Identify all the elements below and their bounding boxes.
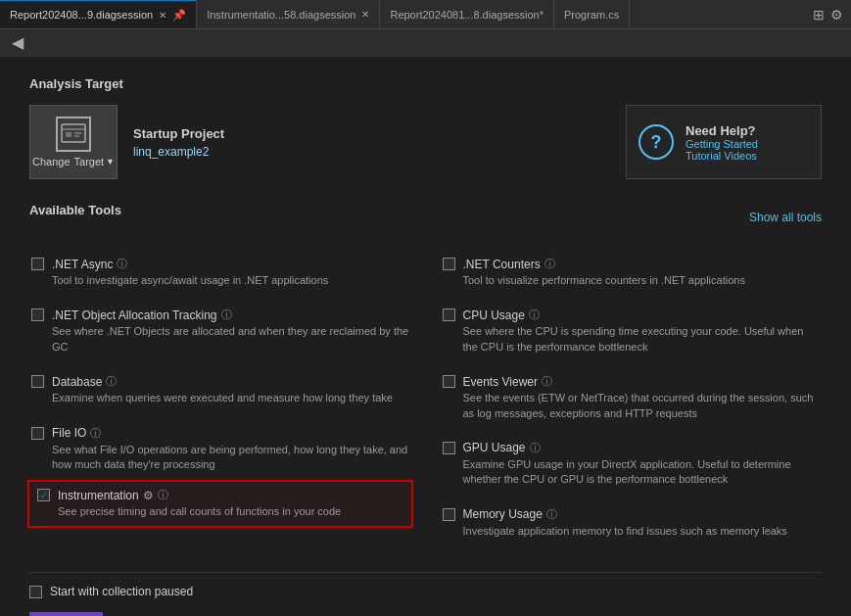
toolbar: ◀: [0, 29, 851, 57]
tab-programcs[interactable]: Program.cs: [554, 0, 630, 28]
svg-rect-2: [66, 132, 71, 137]
tool-net-object-allocation-info-icon[interactable]: ⓘ: [221, 308, 232, 322]
change-target-label: Change Target ▼: [32, 156, 115, 167]
tool-instrumentation-info-icon[interactable]: ⓘ: [158, 488, 168, 502]
change-target-button[interactable]: Change Target ▼: [29, 105, 118, 179]
analysis-target-panel: Change Target ▼ Startup Project linq_exa…: [29, 105, 822, 179]
tool-net-async-desc: Tool to investigate async/await usage in…: [52, 273, 328, 288]
startup-project-label: Startup Project: [133, 126, 224, 141]
back-button[interactable]: ◀: [8, 31, 27, 54]
tool-events-viewer: Events Viewer ⓘ See the events (ETW or N…: [441, 364, 823, 431]
tool-net-counters-name: .NET Counters: [463, 258, 541, 271]
tool-file-io-checkbox[interactable]: [31, 427, 44, 440]
project-icon: [56, 117, 91, 152]
tool-instrumentation-checkbox[interactable]: [37, 489, 50, 501]
getting-started-link[interactable]: Getting Started: [686, 138, 758, 150]
tool-events-viewer-name: Events Viewer: [463, 375, 538, 389]
tool-database-name: Database: [52, 375, 102, 389]
settings-icon[interactable]: ⚙: [830, 7, 843, 23]
tab-label: Report202408...9.diagsession: [10, 9, 153, 21]
tool-memory-usage: Memory Usage ⓘ Investigate application m…: [441, 498, 823, 548]
tool-gpu-usage-info-icon[interactable]: ⓘ: [530, 441, 541, 455]
tool-net-async-info-icon[interactable]: ⓘ: [117, 257, 127, 271]
tool-instrumentation-gear-icon[interactable]: ⚙: [143, 489, 154, 502]
tool-events-viewer-desc: See the events (ETW or NetTrace) that oc…: [463, 391, 821, 421]
tool-gpu-usage-desc: Examine GPU usage in your DirectX applic…: [463, 457, 821, 488]
tool-database-info-icon[interactable]: ⓘ: [106, 374, 117, 389]
tool-database: Database ⓘ Examine when queries were exe…: [29, 364, 411, 415]
tool-memory-usage-info-icon[interactable]: ⓘ: [546, 507, 557, 522]
tab-report1[interactable]: Report202408...9.diagsession ✕ 📌: [0, 0, 197, 28]
svg-rect-0: [62, 124, 85, 142]
startup-info: Change Target ▼ Startup Project linq_exa…: [29, 105, 606, 179]
tool-gpu-usage: GPU Usage ⓘ Examine GPU usage in your Di…: [441, 431, 823, 498]
tool-memory-usage-checkbox[interactable]: [443, 508, 455, 521]
need-help-box: ? Need Help? Getting Started Tutorial Vi…: [626, 105, 822, 179]
available-tools-title: Available Tools: [29, 203, 121, 217]
tool-file-io-info-icon[interactable]: ⓘ: [90, 426, 101, 441]
analysis-target-title: Analysis Target: [29, 76, 822, 91]
tool-instrumentation-name: Instrumentation: [58, 489, 139, 502]
collection-paused-checkbox[interactable]: [29, 586, 42, 598]
dropdown-icon[interactable]: ⊞: [813, 7, 825, 23]
bottom-section: Start with collection paused Start: [29, 572, 822, 616]
collection-row: Start with collection paused: [29, 585, 822, 598]
tab-bar: Report202408...9.diagsession ✕ 📌 Instrum…: [0, 0, 851, 29]
tool-file-io-desc: See what File I/O operations are being p…: [52, 443, 409, 473]
tool-gpu-usage-name: GPU Usage: [463, 441, 526, 454]
tools-header: Available Tools Show all tools: [29, 203, 822, 231]
collection-paused-label: Start with collection paused: [50, 585, 193, 598]
help-text: Need Help? Getting Started Tutorial Vide…: [686, 123, 758, 162]
tool-database-checkbox[interactable]: [31, 375, 44, 388]
tools-right-column: .NET Counters ⓘ Tool to visualize perfor…: [441, 247, 823, 548]
tools-left-column: .NET Async ⓘ Tool to investigate async/a…: [29, 247, 411, 548]
tab-label: Report2024081...8.diagsession*: [390, 9, 544, 21]
tool-cpu-usage: CPU Usage ⓘ See where the CPU is spendin…: [441, 298, 823, 364]
tool-net-async-checkbox[interactable]: [31, 258, 44, 270]
tab-label: Instrumentatio...58.diagsession: [207, 9, 355, 21]
tab-close-icon[interactable]: ✕: [361, 9, 369, 20]
tab-report2[interactable]: Report2024081...8.diagsession*: [380, 0, 554, 28]
tool-file-io-name: File IO: [52, 426, 86, 440]
tool-instrumentation: Instrumentation ⚙ ⓘ See precise timing a…: [27, 480, 413, 527]
tool-memory-usage-name: Memory Usage: [463, 507, 543, 521]
tool-cpu-usage-info-icon[interactable]: ⓘ: [529, 308, 540, 322]
pin-icon[interactable]: 📌: [172, 9, 186, 22]
tool-net-counters-desc: Tool to visualize performance counters i…: [463, 273, 745, 288]
tool-net-object-allocation: .NET Object Allocation Tracking ⓘ See wh…: [29, 298, 411, 364]
tab-label: Program.cs: [564, 9, 619, 21]
tool-net-object-allocation-desc: See where .NET Objects are allocated and…: [52, 324, 409, 355]
tool-memory-usage-desc: Investigate application memory to find i…: [463, 524, 787, 539]
help-icon: ?: [638, 124, 674, 160]
tool-cpu-usage-name: CPU Usage: [463, 308, 525, 322]
startup-text: Startup Project linq_example2: [133, 126, 224, 159]
tools-grid: .NET Async ⓘ Tool to investigate async/a…: [29, 247, 822, 548]
tool-net-counters-info-icon[interactable]: ⓘ: [544, 257, 555, 271]
tool-events-viewer-checkbox[interactable]: [443, 375, 455, 388]
tool-cpu-usage-checkbox[interactable]: [443, 308, 455, 321]
tool-gpu-usage-checkbox[interactable]: [443, 442, 455, 454]
need-help-title: Need Help?: [686, 123, 758, 138]
tool-instrumentation-desc: See precise timing and call counts of fu…: [58, 504, 341, 519]
start-button[interactable]: Start: [29, 612, 103, 616]
tool-cpu-usage-desc: See where the CPU is spending time execu…: [463, 324, 821, 355]
tab-instrumentation[interactable]: Instrumentatio...58.diagsession ✕: [197, 0, 380, 28]
tool-events-viewer-info-icon[interactable]: ⓘ: [542, 374, 552, 389]
tool-database-desc: Examine when queries were executed and m…: [52, 391, 393, 405]
tool-net-async: .NET Async ⓘ Tool to investigate async/a…: [29, 247, 411, 298]
tool-net-object-allocation-checkbox[interactable]: [31, 308, 44, 321]
tool-file-io: File IO ⓘ See what File I/O operations a…: [29, 416, 411, 483]
project-name: linq_example2: [133, 145, 224, 159]
tool-net-counters-checkbox[interactable]: [443, 258, 455, 270]
main-content: Analysis Target Change Target: [0, 57, 851, 616]
show-all-tools-link[interactable]: Show all tools: [749, 211, 822, 224]
tool-net-counters: .NET Counters ⓘ Tool to visualize perfor…: [441, 247, 823, 298]
tool-net-object-allocation-name: .NET Object Allocation Tracking: [52, 308, 217, 322]
tool-net-async-name: .NET Async: [52, 258, 113, 271]
tab-close-icon[interactable]: ✕: [159, 10, 166, 21]
tutorial-videos-link[interactable]: Tutorial Videos: [686, 150, 758, 162]
